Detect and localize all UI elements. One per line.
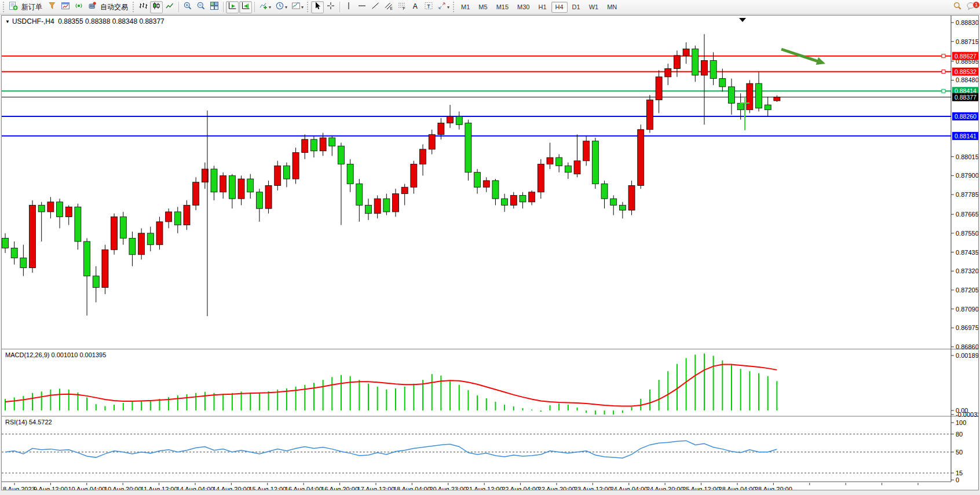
svg-text:F: F [403,6,405,10]
candlestick-mode-button[interactable] [150,1,163,13]
search-button[interactable] [951,1,964,13]
horizontal-price-lines[interactable] [2,54,951,136]
horizontal-line-tool-button[interactable] [356,1,368,13]
notifications-button[interactable]: 1 [964,1,978,13]
signal-icon [74,1,83,13]
macd-histogram-bar [722,361,723,410]
rsi-axis-label: 50 [956,449,963,456]
zoom-out-button[interactable] [195,1,207,13]
tab-timeframe-w1[interactable]: W1 [585,2,603,13]
price-chart-canvas[interactable]: 0.888300.887150.885950.884800.880150.879… [2,16,978,490]
trendline-tool-button[interactable] [369,1,382,13]
equidistant-channel-tool-button[interactable]: E [382,1,395,13]
new-order-label[interactable]: 新订单 [21,2,42,12]
time-axis-label: 15 Aug 12:00 [248,486,286,490]
candle-body [75,207,81,241]
window-menu-triangle-icon[interactable]: ▼ [5,19,10,24]
candle-body [547,157,553,164]
macd-histogram-bar [504,405,505,410]
unread-count-badge: 1 [972,1,980,9]
crosshair-tool-button[interactable] [324,1,337,13]
indicators-button[interactable]: ▾ [257,1,273,13]
trend-arrow-head[interactable] [816,57,825,65]
rsi-axis-label: 100 [956,419,966,426]
bar-chart-mode-button[interactable] [137,1,149,13]
signals-button[interactable] [72,1,85,13]
candle-body [138,233,145,255]
candle-body [220,175,226,192]
price-axis-label: 0.86975 [956,324,978,331]
candle-body [275,166,281,185]
macd-histogram-bar [413,384,414,410]
hline-handle[interactable] [942,54,945,58]
tab-timeframe-h1[interactable]: H1 [534,2,550,13]
candle-body [256,192,262,208]
candle-body [2,238,9,248]
candle-body [474,173,481,188]
time-axis: 8 Aug 20239 Aug 12:0010 Aug 04:0010 Aug … [3,483,918,490]
time-axis-label: 9 Aug 12:00 [34,486,68,490]
label-tool-button[interactable]: T [422,1,435,13]
cursor-tool-button[interactable] [311,1,324,13]
autotrading-button[interactable] [86,1,98,13]
hline-handle[interactable] [942,89,945,93]
tab-timeframe-m5[interactable]: M5 [474,2,491,13]
autotrading-label[interactable]: 自动交易 [100,2,128,12]
macd-histogram-bar [595,410,596,415]
macd-histogram-bar [449,382,451,410]
macd-histogram-bar [758,373,759,410]
macd-histogram-bar [368,384,369,410]
macd-histogram-bar [241,391,242,410]
vertical-line-tool-button[interactable] [342,1,355,13]
candle-body [57,202,63,217]
candle-body [429,134,435,149]
toolbar-grip[interactable] [133,2,134,12]
zoom-in-button[interactable] [181,1,194,13]
candle-body [30,206,36,268]
tab-timeframe-m1[interactable]: M1 [457,2,474,13]
tab-timeframe-mn[interactable]: MN [603,2,621,13]
trend-arrow-object[interactable] [781,49,819,61]
macd-histogram-bar [377,387,378,410]
rsi-axis-label: 0 [956,476,959,483]
candle-body [583,141,590,161]
price-axis-label: 0.86860 [956,343,978,350]
macd-histogram-bar [477,395,478,410]
macd-histogram-bar [694,354,696,410]
auto-scroll-button[interactable] [226,1,239,13]
tab-timeframe-m30[interactable]: M30 [513,2,533,13]
periods-button[interactable]: ▾ [273,1,289,13]
toolbar-grip[interactable] [3,2,5,12]
tab-timeframe-d1[interactable]: D1 [568,2,584,13]
new-order-button[interactable] [7,1,20,13]
macd-histogram-bar [604,410,605,415]
arrows-tool-button[interactable]: ▾ [436,1,451,13]
styler-button[interactable] [46,1,58,13]
tile-windows-button[interactable] [208,1,221,13]
macd-histogram-bar [631,407,632,410]
tab-timeframe-m15[interactable]: M15 [492,2,513,13]
fibonacci-tool-button[interactable]: F [396,1,408,13]
macd-histogram-bar [23,396,24,410]
chart-shift-marker[interactable] [739,18,746,22]
toolbar-grip[interactable] [307,2,309,12]
time-axis-label: 18 Aug 04:00 [393,486,431,490]
candle-body [347,164,353,184]
line-chart-mode-button[interactable] [163,1,176,13]
tab-timeframe-h4[interactable]: H4 [551,2,568,13]
candle-body [184,206,190,225]
time-axis-label: 22 Aug 20:00 [538,486,576,490]
hline-handle[interactable] [942,70,945,74]
time-axis-label: 14 Aug 04:00 [177,486,214,490]
template-icon [291,1,301,13]
chart-window[interactable]: 0.888300.887150.885950.884800.880150.879… [1,15,979,490]
text-tool-button[interactable]: A [409,1,422,13]
candle-body [302,140,308,153]
toolbar-grip[interactable] [453,2,455,12]
chart-shift-button[interactable] [239,1,252,13]
macd-histogram-bar [395,388,396,410]
market-watch-button[interactable] [59,1,72,13]
rsi-axis-label: 80 [956,431,963,438]
templates-button[interactable]: ▾ [290,1,305,13]
time-axis-label: 11 Aug 12:00 [141,486,178,490]
